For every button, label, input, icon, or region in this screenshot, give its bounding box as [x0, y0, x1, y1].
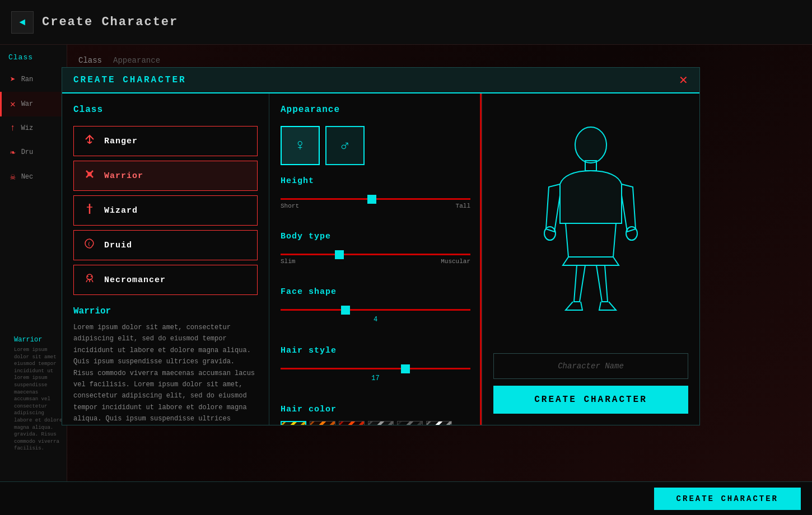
- face-shape-label: Face shape: [281, 287, 470, 297]
- create-character-button[interactable]: CREATE CHARACTER: [493, 386, 688, 414]
- preview-panel: CREATE CHARACTER: [482, 93, 699, 425]
- name-input-container: [493, 353, 688, 379]
- height-section: Height Short Tall: [281, 176, 470, 221]
- sidebar-item-wizard[interactable]: ↑ Wiz: [0, 116, 67, 140]
- svg-point-52: [544, 227, 556, 240]
- face-shape-slider-container: 4: [281, 303, 470, 335]
- modal-title: CREATE CHARACTER: [73, 75, 186, 85]
- bottom-bar: CREATE CHARACTER: [0, 481, 812, 515]
- class-panel-title: Class: [73, 105, 258, 115]
- body-type-slider-container: Slim Muscular: [281, 248, 470, 276]
- modal-close-button[interactable]: ✕: [679, 74, 688, 86]
- hair-style-label: Hair style: [281, 346, 470, 355]
- body-type-slider-labels: Slim Muscular: [281, 258, 470, 265]
- body-type-section: Body type Slim Muscular: [281, 232, 470, 276]
- face-shape-slider[interactable]: [281, 309, 470, 311]
- svg-point-53: [626, 227, 637, 240]
- druid-class-icon: [83, 237, 96, 253]
- sidebar-item-necromancer[interactable]: ☠ Nec: [0, 165, 67, 189]
- sidebar-item-warrior[interactable]: ✕ War: [0, 92, 67, 116]
- warrior-class-icon: [83, 168, 96, 184]
- gender-selector: ♀ ♂: [281, 126, 470, 165]
- class-item-necromancer[interactable]: Necromancer: [73, 265, 258, 295]
- sidebar-item-druid[interactable]: ❧ Dru: [0, 140, 67, 165]
- druid-icon: ❧: [10, 147, 16, 158]
- svg-point-7: [91, 276, 92, 277]
- class-item-warrior[interactable]: Warrior: [73, 161, 258, 191]
- wizard-class-name: Wizard: [104, 206, 138, 216]
- necromancer-icon: ☠: [10, 171, 16, 182]
- body-type-slider[interactable]: [281, 254, 470, 255]
- svg-point-6: [87, 276, 88, 277]
- warrior-class-name: Warrior: [104, 171, 143, 181]
- class-list: Ranger Warrior: [73, 126, 258, 295]
- female-gender-button[interactable]: ♀: [281, 126, 320, 165]
- hair-color-dark-gray[interactable]: [397, 421, 423, 425]
- class-desc-title: Warrior: [73, 306, 258, 316]
- class-item-wizard[interactable]: Wizard: [73, 195, 258, 226]
- bg-tab-class[interactable]: Class: [78, 56, 102, 68]
- sidebar-desc-title: Warrior: [14, 336, 64, 344]
- character-preview: [493, 105, 688, 353]
- height-slider[interactable]: [281, 198, 470, 200]
- hair-color-label: Hair color: [281, 405, 470, 414]
- appearance-panel: Appearance ♀ ♂ Height Short Tall: [269, 93, 482, 425]
- necromancer-class-name: Necromancer: [104, 275, 166, 285]
- class-panel: Class Ranger: [62, 93, 269, 425]
- druid-class-name: Druid: [104, 241, 132, 250]
- hair-style-slider-container: 17: [281, 362, 470, 394]
- class-description-section: Warrior Lorem ipsum dolor sit amet, cons…: [73, 306, 258, 425]
- male-symbol: ♂: [340, 137, 350, 154]
- sidebar-description: Warrior Lorem ipsum dolor sit amet eiusm…: [8, 330, 70, 458]
- ranger-icon: ➤: [10, 74, 16, 85]
- bottom-create-character-button[interactable]: CREATE CHARACTER: [654, 488, 801, 510]
- hair-color-orange[interactable]: [310, 421, 335, 425]
- height-label: Height: [281, 176, 470, 186]
- character-silhouette-svg: [535, 123, 647, 335]
- female-symbol: ♀: [296, 137, 305, 154]
- class-desc-text: Lorem ipsum dolor sit amet, consectetur …: [73, 322, 258, 425]
- height-max-label: Tall: [456, 203, 470, 209]
- modal-body: Class Ranger: [62, 93, 699, 425]
- page-title: Create Character: [42, 15, 178, 29]
- hair-color-blonde[interactable]: [281, 421, 306, 425]
- create-character-modal: CREATE CHARACTER ✕ Class Ranger: [62, 67, 700, 425]
- body-type-max-label: Muscular: [441, 258, 470, 265]
- hair-color-section: Hair color: [281, 405, 470, 425]
- hair-color-gray[interactable]: [368, 421, 394, 425]
- necromancer-class-icon: [83, 272, 96, 288]
- ranger-class-name: Ranger: [104, 137, 138, 146]
- sidebar-druid-label: Dru: [21, 148, 34, 156]
- height-slider-container: Short Tall: [281, 193, 470, 221]
- face-shape-value: 4: [281, 316, 470, 324]
- body-type-min-label: Slim: [281, 258, 295, 265]
- sidebar-warrior-label: War: [21, 100, 34, 108]
- class-item-ranger[interactable]: Ranger: [73, 126, 258, 156]
- body-type-label: Body type: [281, 232, 470, 241]
- wizard-class-icon: [83, 203, 96, 218]
- ranger-class-icon: [83, 133, 96, 149]
- hair-style-value: 17: [281, 374, 470, 382]
- back-button[interactable]: ◄: [11, 11, 34, 34]
- sidebar-desc-text: Lorem ipsum dolor sit amet eiusmod tempo…: [14, 347, 64, 452]
- hair-style-section: Hair style 17: [281, 346, 470, 394]
- appearance-panel-title: Appearance: [281, 105, 470, 115]
- character-name-input[interactable]: [493, 353, 688, 379]
- bg-tabs: Class Appearance: [78, 56, 801, 68]
- warrior-icon: ✕: [10, 99, 16, 110]
- male-gender-button[interactable]: ♂: [325, 126, 365, 165]
- class-item-druid[interactable]: Druid: [73, 230, 258, 260]
- sidebar-ranger-label: Ran: [21, 76, 34, 83]
- hair-color-swatches: [281, 421, 470, 425]
- height-slider-labels: Short Tall: [281, 203, 470, 209]
- sidebar-necromancer-label: Nec: [21, 173, 34, 181]
- hair-color-white-streak[interactable]: [426, 421, 452, 425]
- wizard-icon: ↑: [10, 123, 16, 133]
- sidebar-item-ranger[interactable]: ➤ Ran: [0, 67, 67, 92]
- hair-color-red[interactable]: [339, 421, 365, 425]
- svg-point-54: [575, 127, 606, 163]
- modal-header: CREATE CHARACTER ✕: [62, 68, 699, 93]
- bg-tab-appearance[interactable]: Appearance: [113, 56, 160, 68]
- height-min-label: Short: [281, 203, 299, 209]
- hair-style-slider[interactable]: [281, 368, 470, 369]
